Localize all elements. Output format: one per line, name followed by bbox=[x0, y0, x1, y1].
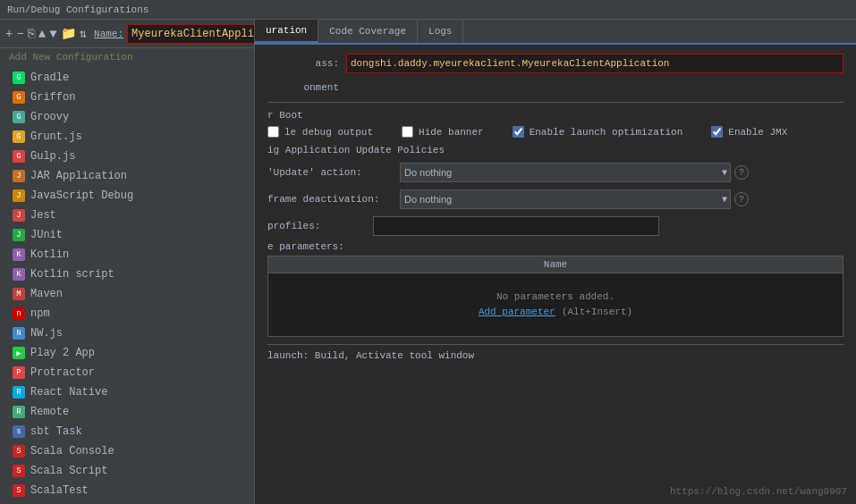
sidebar-toolbar: + − ⎘ ▲ ▼ 📁 ⇅ Name: bbox=[0, 20, 254, 48]
update-action-select-container: Do nothing Update classes and resources … bbox=[400, 163, 731, 182]
launch-opt-checkbox[interactable] bbox=[513, 126, 524, 138]
main-class-label: ass: bbox=[267, 58, 339, 69]
sidebar-item-grunt[interactable]: GGrunt.js bbox=[0, 127, 254, 147]
tab-code-coverage[interactable]: Code Coverage bbox=[318, 20, 418, 43]
sidebar-item-play2[interactable]: ▶Play 2 App bbox=[0, 343, 254, 363]
sort-button[interactable]: ⇅ bbox=[80, 25, 87, 43]
move-down-button[interactable]: ▼ bbox=[49, 25, 56, 43]
grunt-icon: G bbox=[13, 130, 25, 143]
profiles-label: profiles: bbox=[267, 221, 366, 231]
move-up-button[interactable]: ▲ bbox=[38, 25, 46, 43]
sidebar-item-kotlin[interactable]: KKotlin bbox=[0, 245, 254, 265]
enable-jmx-label: Enable JMX bbox=[728, 127, 787, 138]
npm-icon: n bbox=[13, 307, 25, 320]
sidebar-item-junit[interactable]: JJUnit bbox=[0, 225, 254, 245]
title-bar: Run/Debug Configurations bbox=[0, 0, 856, 20]
title-text: Run/Debug Configurations bbox=[7, 4, 148, 15]
sidebar-item-kotlinScript[interactable]: KKotlin script bbox=[0, 265, 254, 284]
watermark: https://blog.csdn.net/wang0907 bbox=[670, 486, 847, 497]
update-action-label: 'Update' action: bbox=[267, 167, 393, 178]
remove-button[interactable]: − bbox=[16, 25, 23, 43]
sidebar-item-nw[interactable]: NNW.js bbox=[0, 323, 254, 343]
sidebar-item-label-jsDebug: JavaScript Debug bbox=[30, 189, 133, 202]
update-action-row: 'Update' action: Do nothing Update class… bbox=[267, 163, 843, 182]
spring-section-title: r Boot bbox=[267, 110, 843, 121]
sidebar-item-label-reactNative: React Native bbox=[30, 386, 107, 399]
sidebar-list: GGradleGGriffonGGroovyGGrunt.jsGGulp.jsJ… bbox=[0, 66, 254, 504]
main-class-input[interactable] bbox=[346, 54, 843, 73]
params-label: e parameters: bbox=[267, 241, 843, 252]
sidebar-item-label-jest: Jest bbox=[30, 209, 56, 222]
sidebar-item-label-groovy: Groovy bbox=[30, 111, 69, 123]
sidebar-item-gradle[interactable]: GGradle bbox=[0, 68, 254, 88]
sidebar-item-groovy[interactable]: GGroovy bbox=[0, 107, 254, 127]
hide-banner-checkbox[interactable] bbox=[402, 126, 413, 138]
sidebar-item-jar[interactable]: JJAR Application bbox=[0, 166, 254, 186]
groovy-icon: G bbox=[13, 111, 25, 123]
sidebar-item-scalaTest[interactable]: SScalaTest bbox=[0, 481, 254, 500]
sidebar-item-npm[interactable]: nnpm bbox=[0, 304, 254, 323]
sidebar-item-jest[interactable]: JJest bbox=[0, 206, 254, 225]
sidebar-item-scalaConsole[interactable]: SScala Console bbox=[0, 441, 254, 461]
update-action-select[interactable]: Do nothing Update classes and resources … bbox=[400, 163, 731, 182]
before-launch-text: launch: Build, Activate tool window bbox=[267, 350, 474, 361]
no-params-text: No parameters added. bbox=[286, 291, 825, 302]
scalaConsole-icon: S bbox=[13, 445, 25, 458]
sidebar: + − ⎘ ▲ ▼ 📁 ⇅ Name: Add New Configuratio… bbox=[0, 20, 255, 504]
sidebar-item-specs2[interactable]: SSpecs2 bbox=[0, 500, 254, 504]
params-table-header: Name bbox=[268, 256, 843, 273]
policies-header: ig Application Update Policies bbox=[267, 145, 843, 155]
jsDebug-icon: J bbox=[13, 189, 25, 202]
add-config-link[interactable]: Add New Configuration bbox=[0, 48, 254, 66]
profiles-input[interactable] bbox=[373, 216, 659, 236]
debug-output-checkbox[interactable] bbox=[267, 126, 279, 138]
scalaScript-icon: S bbox=[13, 465, 25, 477]
spring-boot-section: r Boot le debug output Hide banner Enabl… bbox=[267, 110, 843, 138]
tab-logs[interactable]: Logs bbox=[418, 20, 463, 43]
sidebar-item-label-grunt: Grunt.js bbox=[30, 130, 82, 143]
sidebar-item-reactNative[interactable]: RReact Native bbox=[0, 382, 254, 402]
add-button[interactable]: + bbox=[5, 25, 13, 43]
sidebar-item-label-play2: Play 2 App bbox=[30, 347, 95, 359]
add-param-link[interactable]: Add parameter bbox=[479, 307, 555, 317]
params-table-body: No parameters added. Add parameter (Alt+… bbox=[268, 273, 843, 336]
frame-deactivation-label: frame deactivation: bbox=[267, 194, 393, 205]
sbt-icon: s bbox=[13, 425, 25, 438]
sidebar-item-label-kotlinScript: Kotlin script bbox=[30, 268, 114, 281]
jar-icon: J bbox=[13, 170, 25, 182]
launch-opt-label: Enable launch optimization bbox=[530, 127, 683, 138]
junit-icon: J bbox=[13, 229, 25, 241]
gulp-icon: G bbox=[13, 150, 25, 163]
profiles-row: profiles: bbox=[267, 216, 843, 236]
sidebar-item-scalaScript[interactable]: SScala Script bbox=[0, 461, 254, 481]
sidebar-item-label-gulp: Gulp.js bbox=[30, 150, 75, 163]
sidebar-item-label-sbt: sbt Task bbox=[30, 425, 82, 438]
frame-deactivation-row: frame deactivation: Do nothing Update cl… bbox=[267, 189, 843, 209]
sidebar-item-griffon[interactable]: GGriffon bbox=[0, 88, 254, 107]
frame-deactivation-select[interactable]: Do nothing Update classes and resources … bbox=[400, 189, 731, 209]
sidebar-item-label-jar: JAR Application bbox=[30, 170, 127, 182]
hide-banner-label: Hide banner bbox=[419, 127, 484, 138]
sidebar-item-protractor[interactable]: PProtractor bbox=[0, 363, 254, 382]
name-input[interactable] bbox=[127, 24, 255, 44]
debug-output-row: le debug output Hide banner Enable launc… bbox=[267, 126, 843, 138]
before-launch-row: launch: Build, Activate tool window bbox=[267, 350, 843, 361]
folder-button[interactable]: 📁 bbox=[61, 25, 76, 43]
copy-button[interactable]: ⎘ bbox=[28, 25, 35, 43]
main-class-row: ass: bbox=[267, 54, 843, 73]
sidebar-item-label-protractor: Protractor bbox=[30, 366, 95, 379]
tab-configuration[interactable]: uration bbox=[255, 20, 318, 43]
sidebar-item-maven[interactable]: MMaven bbox=[0, 284, 254, 304]
sidebar-item-gulp[interactable]: GGulp.js bbox=[0, 147, 254, 166]
sidebar-item-label-nw: NW.js bbox=[30, 327, 63, 340]
sidebar-item-label-maven: Maven bbox=[30, 288, 63, 300]
update-action-help-icon[interactable]: ? bbox=[734, 165, 749, 180]
sidebar-item-jsDebug[interactable]: JJavaScript Debug bbox=[0, 186, 254, 206]
sidebar-item-sbt[interactable]: ssbt Task bbox=[0, 422, 254, 441]
griffon-icon: G bbox=[13, 91, 25, 104]
sidebar-item-remote[interactable]: RRemote bbox=[0, 402, 254, 422]
content-area: ass: onment r Boot le debug output Hide … bbox=[255, 45, 856, 504]
frame-deactivation-help-icon[interactable]: ? bbox=[734, 192, 749, 206]
enable-jmx-checkbox[interactable] bbox=[711, 126, 723, 138]
debug-output-label: le debug output bbox=[284, 127, 373, 138]
